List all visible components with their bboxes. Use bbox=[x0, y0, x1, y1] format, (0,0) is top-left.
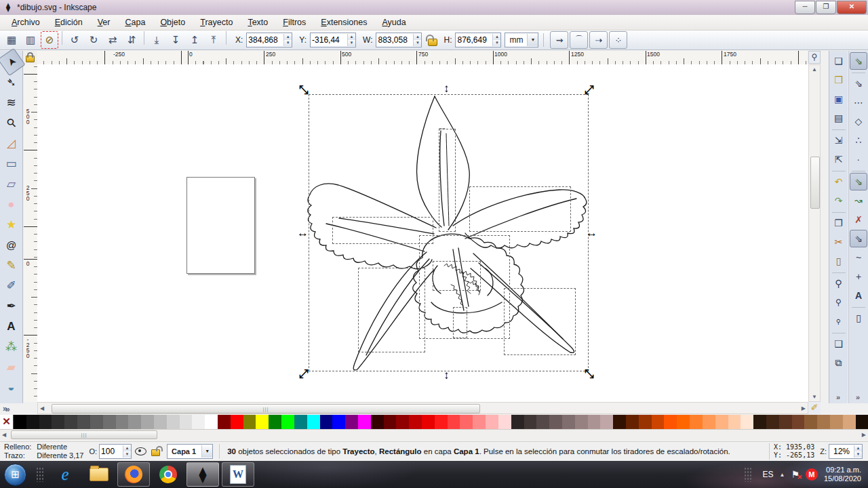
taskbar-internet-explorer[interactable]: e bbox=[50, 463, 81, 486]
raise-to-top-button[interactable]: ⤒ bbox=[205, 31, 222, 49]
swatch[interactable] bbox=[511, 415, 524, 429]
swatch[interactable] bbox=[715, 415, 728, 429]
swatch[interactable] bbox=[218, 415, 231, 429]
scale-handle-w[interactable]: ↔ bbox=[297, 227, 309, 239]
swatch[interactable] bbox=[154, 415, 167, 429]
zoom-1-1-button[interactable]: ⚲ bbox=[808, 51, 821, 64]
snap-overflow-button[interactable]: » bbox=[850, 393, 866, 401]
snap-intersections-toggle[interactable]: ✗ bbox=[850, 211, 867, 228]
swatch[interactable] bbox=[103, 415, 116, 429]
guide-lock-corner[interactable] bbox=[23, 51, 37, 64]
fill-stroke-indicator[interactable]: Relleno: Diferente Trazo: Diferente 3,17 bbox=[0, 443, 89, 460]
swatch[interactable] bbox=[652, 415, 665, 429]
swatch[interactable] bbox=[167, 415, 180, 429]
swatch[interactable] bbox=[588, 415, 601, 429]
swatch[interactable] bbox=[766, 415, 779, 429]
clock[interactable]: 09:21 a.m. 15/08/2020 bbox=[824, 466, 861, 483]
paste-button[interactable]: ▯ bbox=[830, 252, 848, 270]
swatch[interactable] bbox=[14, 415, 26, 429]
menu-objeto[interactable]: Objeto bbox=[153, 16, 193, 29]
taskbar-firefox[interactable] bbox=[117, 462, 150, 487]
toolbar-overflow-button[interactable]: » bbox=[5, 405, 10, 414]
transform-gradients-toggle[interactable]: ⇢ bbox=[589, 31, 608, 49]
cut-button[interactable]: ✂ bbox=[830, 233, 848, 251]
width-spinner[interactable]: ▲▼ bbox=[413, 34, 421, 46]
swatch[interactable] bbox=[141, 415, 154, 429]
swatch[interactable] bbox=[371, 415, 384, 429]
swatch[interactable] bbox=[396, 415, 409, 429]
height-input[interactable] bbox=[456, 34, 492, 46]
transform-patterns-toggle[interactable]: ⁘ bbox=[609, 31, 627, 49]
transform-corners-toggle[interactable]: ⌒ bbox=[570, 31, 588, 49]
rectangle-tool[interactable]: ▭ bbox=[1, 154, 22, 174]
raise-button[interactable]: ↥ bbox=[186, 31, 203, 49]
swatch[interactable] bbox=[231, 415, 243, 429]
taskbar-word[interactable]: W bbox=[222, 462, 254, 487]
pencil-tool[interactable]: ✎ bbox=[1, 256, 22, 275]
hidden-icons-chevron[interactable]: ▲ bbox=[779, 472, 785, 478]
scale-handle-s[interactable]: ↕ bbox=[443, 369, 450, 381]
y-input[interactable] bbox=[311, 34, 347, 46]
swatch[interactable] bbox=[575, 415, 588, 429]
y-spinner[interactable]: ▲▼ bbox=[347, 34, 355, 46]
swatch[interactable] bbox=[52, 415, 64, 429]
color-managed-view-icon[interactable]: ✐ bbox=[808, 402, 821, 414]
taskbar-file-explorer[interactable] bbox=[83, 463, 115, 486]
transform-stroke-toggle[interactable]: ⇝ bbox=[550, 31, 568, 49]
lower-to-bottom-button[interactable]: ⤓ bbox=[148, 31, 165, 49]
action-center-flag-icon[interactable]: ⚑✕ bbox=[791, 469, 800, 480]
swatch[interactable] bbox=[664, 415, 677, 429]
swatch[interactable] bbox=[320, 415, 333, 429]
palette-scroll-left-icon[interactable]: ◀ bbox=[2, 432, 6, 438]
layer-lock-icon[interactable] bbox=[151, 449, 160, 456]
copy-button[interactable]: ❐ bbox=[830, 214, 848, 232]
swatch[interactable] bbox=[613, 415, 626, 429]
swatch[interactable] bbox=[39, 415, 52, 429]
clone-button[interactable]: ⧉ bbox=[830, 354, 848, 371]
x-input[interactable] bbox=[247, 34, 283, 46]
spiral-tool[interactable]: @ bbox=[1, 235, 22, 255]
swatch[interactable] bbox=[817, 415, 830, 429]
select-all-layers-button[interactable]: ▥ bbox=[22, 31, 39, 49]
snap-paths-toggle[interactable]: ↝ bbox=[850, 192, 867, 209]
zoom-selection-button[interactable]: ⚲ bbox=[830, 274, 848, 292]
snap-text-baseline-toggle[interactable]: A bbox=[850, 287, 867, 304]
scroll-right-icon[interactable]: ▶ bbox=[802, 405, 806, 411]
swatch[interactable] bbox=[205, 415, 218, 429]
swatch[interactable] bbox=[843, 415, 856, 429]
unit-select[interactable]: mm ▼ bbox=[505, 33, 538, 47]
duplicate-button[interactable]: ❑ bbox=[830, 335, 848, 352]
zoom-page-button[interactable]: ⚲ bbox=[830, 312, 848, 330]
swatch[interactable] bbox=[409, 415, 422, 429]
swatch[interactable] bbox=[639, 415, 652, 429]
scroll-left-icon[interactable]: ◀ bbox=[40, 405, 44, 411]
lower-button[interactable]: ↧ bbox=[167, 31, 184, 49]
swatch[interactable] bbox=[345, 415, 358, 429]
swatch[interactable] bbox=[332, 415, 345, 429]
opacity-spinner[interactable]: ▲▼ bbox=[123, 445, 131, 458]
vscroll-thumb[interactable] bbox=[810, 157, 820, 209]
menu-ayuda[interactable]: Ayuda bbox=[374, 16, 413, 29]
rotate-cw-button[interactable]: ↻ bbox=[85, 31, 102, 49]
zoom-drawing-button[interactable]: ⚲ bbox=[830, 293, 848, 311]
swatch[interactable] bbox=[728, 415, 741, 429]
deselect-button[interactable]: ⊘ bbox=[41, 31, 58, 49]
swatch[interactable] bbox=[779, 415, 792, 429]
swatch[interactable] bbox=[307, 415, 320, 429]
spray-tool[interactable]: ⁂ bbox=[1, 337, 22, 357]
swatch[interactable] bbox=[384, 415, 397, 429]
swatch[interactable] bbox=[256, 415, 269, 429]
menu-filtros[interactable]: Filtros bbox=[275, 16, 313, 29]
snap-bbox-corners-toggle[interactable]: ◇ bbox=[850, 113, 867, 130]
save-button[interactable]: ▣ bbox=[830, 90, 848, 108]
open-document-button[interactable]: ❒ bbox=[830, 71, 848, 89]
mega-tray-icon[interactable]: M bbox=[806, 468, 818, 481]
swatch[interactable] bbox=[549, 415, 562, 429]
swatch[interactable] bbox=[856, 415, 868, 429]
commands-overflow-button[interactable]: » bbox=[830, 393, 846, 401]
rotate-ccw-button[interactable]: ↺ bbox=[66, 31, 83, 49]
flip-vertical-button[interactable]: ⇵ bbox=[123, 31, 140, 49]
swatch[interactable] bbox=[26, 415, 39, 429]
swatch[interactable] bbox=[626, 415, 639, 429]
x-spinner[interactable]: ▲▼ bbox=[283, 34, 292, 46]
